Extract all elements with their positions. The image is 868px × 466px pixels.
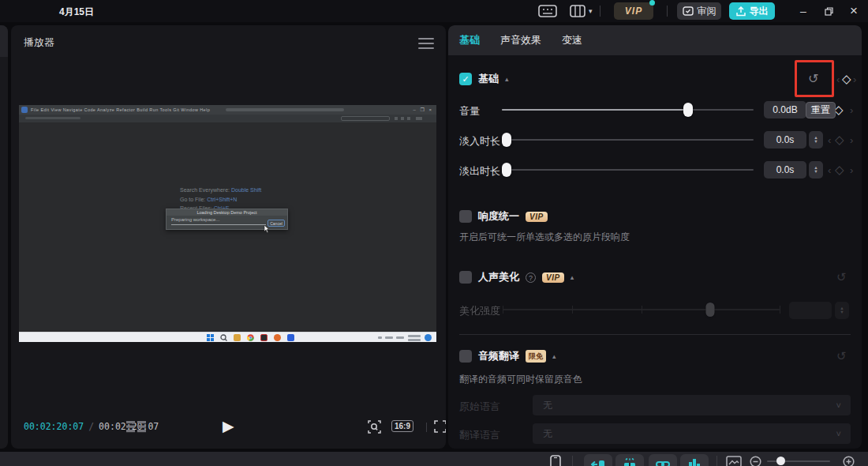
fade-in-next-keyframe-icon[interactable]: › — [850, 134, 853, 146]
volume-slider-handle[interactable] — [683, 103, 693, 117]
gift-effects-button[interactable] — [615, 454, 644, 466]
fade-in-slider-handle[interactable] — [502, 133, 511, 147]
fade-out-slider-handle[interactable] — [502, 163, 511, 177]
fade-out-slider[interactable] — [502, 163, 754, 177]
video-preview: File Edit View Navigate Code Analyze Ref… — [19, 105, 436, 342]
volume-value[interactable]: 0.0dB — [764, 101, 806, 118]
fade-in-slider[interactable] — [502, 133, 754, 147]
layout-switcher[interactable]: ▾ — [570, 5, 593, 17]
player-menu-icon[interactable] — [418, 38, 434, 49]
chrome-icon — [247, 334, 254, 341]
section-divider — [459, 334, 851, 335]
source-language-label: 原始语言 — [459, 400, 500, 414]
taskbar-date-line — [408, 339, 421, 341]
keyframe-diamond-icon[interactable]: ◇ — [842, 72, 851, 86]
collapse-caret-icon[interactable]: ▴ — [505, 75, 509, 83]
export-button[interactable]: 导出 — [729, 2, 775, 20]
collapse-caret-icon[interactable]: ▴ — [571, 273, 574, 281]
video-ide-breadcrumb — [25, 117, 80, 119]
video-windows-taskbar — [19, 332, 436, 342]
loudness-description: 开启后可统一所单选或多选的原片段响度 — [459, 231, 630, 244]
settings-tabbar: 基础 声音效果 变速 — [448, 25, 862, 55]
video-ide-logo — [21, 107, 28, 113]
help-icon[interactable]: ? — [526, 272, 536, 283]
loudness-section-header: 响度统一 VIP — [459, 209, 548, 224]
windows-start-icon — [207, 334, 214, 341]
fade-out-keyframe-icon[interactable]: ◇ — [835, 163, 844, 177]
file-explorer-icon — [234, 334, 241, 341]
audio-translate-checkbox[interactable] — [459, 350, 472, 363]
compare-frames-icon[interactable] — [126, 421, 147, 433]
aspect-ratio-badge[interactable]: 16:9 — [391, 420, 413, 432]
next-keyframe-icon[interactable]: › — [853, 73, 856, 85]
voice-reset-icon[interactable]: ↺ — [836, 270, 847, 284]
fade-out-stepper[interactable]: ▲▼ — [809, 161, 823, 179]
review-button[interactable]: 审阅 — [677, 2, 721, 20]
play-icon: ▶ — [223, 418, 234, 434]
fade-out-next-keyframe-icon[interactable]: › — [850, 164, 853, 176]
zoom-in-icon[interactable] — [843, 456, 855, 466]
volume-slider[interactable] — [502, 103, 754, 117]
keyboard-shortcuts-icon[interactable] — [538, 5, 557, 17]
restore-icon — [825, 7, 833, 16]
source-language-dropdown: 无 ˅ — [533, 395, 851, 415]
source-language-value: 无 — [543, 400, 552, 411]
tab-basic[interactable]: 基础 — [459, 33, 480, 47]
collapse-caret-icon[interactable]: ▴ — [552, 352, 556, 360]
fade-in-prev-keyframe-icon[interactable]: ‹ — [828, 134, 831, 146]
vip-button[interactable]: VIP — [614, 2, 653, 20]
audio-translate-header: 音频翻译 限免 ▴ — [459, 349, 556, 363]
preview-focus-icon[interactable] — [368, 420, 381, 434]
voice-beautify-checkbox[interactable] — [459, 271, 472, 284]
export-label: 导出 — [750, 5, 769, 18]
collapsed-panel-edge[interactable] — [0, 25, 8, 449]
basic-checkbox[interactable]: ✓ — [459, 73, 472, 85]
phone-preview-icon[interactable] — [550, 455, 561, 466]
review-label: 审阅 — [698, 5, 716, 18]
audio-align-button[interactable] — [680, 454, 709, 466]
volume-next-keyframe-icon[interactable]: › — [850, 104, 853, 116]
zoom-out-icon[interactable] — [750, 456, 761, 466]
prev-keyframe-icon[interactable]: ‹ — [836, 73, 840, 85]
close-button[interactable]: × — [842, 0, 866, 22]
basic-section-title: 基础 — [478, 72, 499, 86]
audio-translate-title: 音频翻译 — [478, 349, 519, 363]
export-icon — [736, 6, 746, 17]
video-dialog-message: Preparing workspace... — [171, 217, 219, 222]
fade-out-prev-keyframe-icon[interactable]: ‹ — [828, 164, 831, 176]
restore-button[interactable] — [817, 0, 840, 22]
video-ide-window-controls: – ❒ × — [413, 107, 433, 112]
tab-speed[interactable]: 变速 — [562, 33, 582, 47]
translate-reset-icon[interactable]: ↺ — [836, 349, 847, 363]
voice-strength-row: 美化强度 ▲▼ — [448, 302, 862, 322]
fade-in-value[interactable]: 0.0s — [764, 131, 806, 148]
link-clips-button[interactable] — [649, 454, 677, 466]
minimize-button[interactable]: – — [791, 0, 815, 22]
play-button[interactable]: ▶ — [223, 417, 234, 435]
fullscreen-icon[interactable] — [434, 420, 446, 433]
minimize-icon: – — [800, 5, 806, 17]
voice-beautify-header: 人声美化 ? VIP ▴ — [459, 270, 574, 284]
fade-in-stepper[interactable]: ▲▼ — [809, 131, 823, 148]
link-icon — [656, 460, 670, 466]
fade-out-value[interactable]: 0.0s — [764, 161, 806, 179]
tab-sound-effects[interactable]: 声音效果 — [500, 33, 541, 47]
divider — [600, 6, 600, 17]
voice-strength-stepper: ▲▼ — [835, 302, 849, 319]
preview-quality-icon[interactable] — [726, 456, 742, 466]
time-separator: / — [88, 421, 94, 432]
volume-reset-tooltip[interactable]: 重置 — [806, 102, 836, 118]
voice-beautify-title: 人声美化 — [478, 270, 519, 284]
loudness-checkbox[interactable] — [459, 210, 472, 223]
project-date: 4月15日 — [59, 6, 94, 19]
basic-reset-icon[interactable]: ↺ — [808, 71, 818, 86]
audio-settings-panel: 基础 声音效果 变速 ✓ 基础 ▴ ↺ ‹ ◇ › 音量 0.0dB 重置 ◇ … — [448, 25, 862, 449]
close-icon: × — [850, 3, 858, 19]
app-blue-icon — [287, 334, 294, 341]
auto-cut-button[interactable] — [584, 454, 612, 466]
timeline-zoom-handle[interactable] — [776, 457, 785, 465]
fade-in-keyframe-icon[interactable]: ◇ — [835, 133, 844, 147]
step-down-icon: ▼ — [814, 170, 817, 174]
collapsed-panel-header — [0, 25, 8, 57]
app-red-icon — [260, 334, 268, 341]
